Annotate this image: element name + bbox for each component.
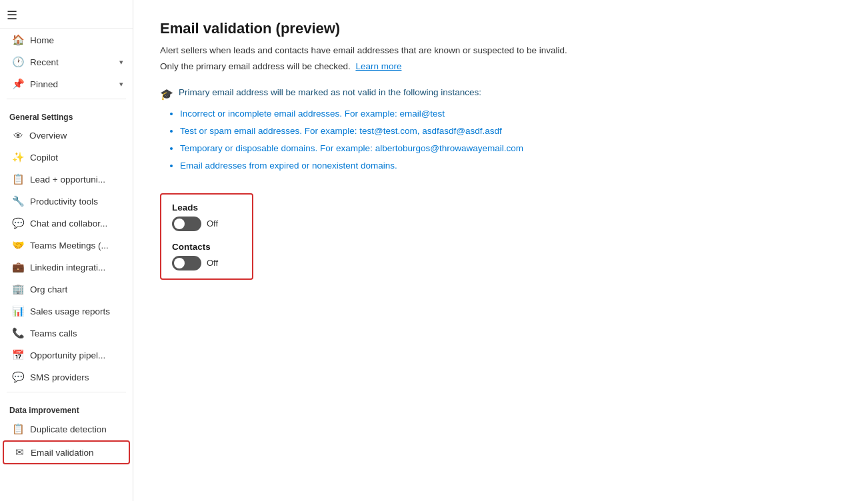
info-header-text: Primary email address will be marked as … <box>179 87 481 97</box>
teams-meetings-label: Teams Meetings (... <box>30 241 109 250</box>
org-chart-icon: 🏢 <box>12 283 25 295</box>
desc-text-2: Only the primary email address will be c… <box>160 61 351 71</box>
contacts-toggle-thumb <box>174 258 185 268</box>
contacts-label: Contacts <box>172 242 241 252</box>
sidebar-item-duplicate[interactable]: 📋 Duplicate detection <box>3 418 130 440</box>
lead-icon: 📋 <box>12 173 25 185</box>
sidebar-item-lead-opport[interactable]: 📋 Lead + opportuni... <box>3 169 130 190</box>
sidebar-item-copilot[interactable]: ✨ Copilot <box>3 147 130 168</box>
recent-icon: 🕐 <box>12 56 25 68</box>
pinned-label: Pinned <box>30 79 58 89</box>
duplicate-label: Duplicate detection <box>30 424 107 434</box>
sidebar-item-productivity[interactable]: 🔧 Productivity tools <box>3 191 130 212</box>
bullet-list: Incorrect or incomplete email addresses.… <box>160 107 627 173</box>
sidebar-item-teams-calls[interactable]: 📞 Teams calls <box>3 322 130 344</box>
teams-calls-label: Teams calls <box>30 328 77 338</box>
sidebar-item-sales-usage[interactable]: 📊 Sales usage reports <box>3 300 130 322</box>
leads-toggle-switch[interactable] <box>172 217 201 231</box>
opportunity-label: Opportunity pipel... <box>30 350 105 360</box>
lead-label: Lead + opportuni... <box>30 175 105 185</box>
desc-text-1: Alert sellers when leads and contacts ha… <box>160 45 567 55</box>
description-line1: Alert sellers when leads and contacts ha… <box>160 44 627 57</box>
sidebar: ☰ 🏠 Home 🕐 Recent ▾ 📌 Pinned ▾ General S… <box>0 0 133 501</box>
leads-toggle-track[interactable] <box>172 217 201 231</box>
bullet-item-4: Email addresses from expired or nonexist… <box>180 159 627 173</box>
sidebar-item-home[interactable]: 🏠 Home <box>3 29 130 51</box>
learn-more-link[interactable]: Learn more <box>355 61 401 71</box>
info-box: 🎓 Primary email address will be marked a… <box>160 87 627 173</box>
bullet-item-2: Test or spam email addresses. For exampl… <box>180 125 627 138</box>
overview-label: Overview <box>29 131 67 141</box>
org-chart-label: Org chart <box>30 284 67 294</box>
contacts-toggle-state: Off <box>207 258 218 268</box>
sidebar-item-opportunity[interactable]: 📅 Opportunity pipel... <box>3 344 130 366</box>
bullet-item-3: Temporary or disposable domains. For exa… <box>180 142 627 155</box>
sidebar-item-org-chart[interactable]: 🏢 Org chart <box>3 278 130 300</box>
teams-meetings-icon: 🤝 <box>12 239 25 251</box>
sidebar-divider-1 <box>7 99 126 99</box>
sales-usage-label: Sales usage reports <box>30 306 110 316</box>
recent-arrow: ▾ <box>119 58 123 67</box>
opportunity-icon: 📅 <box>12 349 25 361</box>
home-label: Home <box>30 35 54 45</box>
sales-usage-icon: 📊 <box>12 305 25 317</box>
recent-label: Recent <box>30 57 59 67</box>
sidebar-top: ☰ <box>0 0 133 29</box>
pinned-icon: 📌 <box>12 78 25 90</box>
leads-toggle-row: Off <box>172 217 241 231</box>
leads-toggle-item: Leads Off <box>172 203 241 231</box>
sidebar-divider-2 <box>7 392 126 392</box>
data-improvement-header: Data improvement <box>0 396 133 418</box>
sidebar-item-pinned[interactable]: 📌 Pinned ▾ <box>3 73 130 95</box>
overview-icon: 👁 <box>12 130 24 141</box>
main-content: Email validation (preview) Alert sellers… <box>133 0 868 501</box>
copilot-icon: ✨ <box>12 151 25 163</box>
sidebar-item-linkedin[interactable]: 💼 Linkedin integrati... <box>3 256 130 278</box>
leads-toggle-thumb <box>174 219 185 229</box>
email-validation-icon: ✉ <box>13 446 25 458</box>
copilot-label: Copilot <box>30 153 58 163</box>
contacts-toggle-row: Off <box>172 256 241 270</box>
contacts-toggle-track[interactable] <box>172 256 201 270</box>
teams-calls-icon: 📞 <box>12 327 25 339</box>
contacts-toggle-item: Contacts Off <box>172 242 241 270</box>
productivity-icon: 🔧 <box>12 195 25 207</box>
leads-toggle-state: Off <box>207 219 218 229</box>
chat-label: Chat and collabor... <box>30 219 107 229</box>
general-settings-header: General Settings <box>0 103 133 125</box>
pinned-arrow: ▾ <box>119 80 123 89</box>
email-validation-label: Email validation <box>31 448 94 458</box>
linkedin-icon: 💼 <box>12 261 25 273</box>
productivity-label: Productivity tools <box>30 197 98 207</box>
page-title: Email validation (preview) <box>160 20 841 37</box>
sms-icon: 💬 <box>12 371 25 383</box>
sms-label: SMS providers <box>30 372 89 382</box>
contacts-toggle-switch[interactable] <box>172 256 201 270</box>
leads-label: Leads <box>172 203 241 213</box>
description-line2: Only the primary email address will be c… <box>160 60 627 73</box>
info-icon: 🎓 <box>160 88 173 101</box>
duplicate-icon: 📋 <box>12 423 25 435</box>
sidebar-item-sms[interactable]: 💬 SMS providers <box>3 366 130 388</box>
sidebar-item-teams-meetings[interactable]: 🤝 Teams Meetings (... <box>3 235 130 256</box>
home-icon: 🏠 <box>12 34 25 46</box>
sidebar-item-chat[interactable]: 💬 Chat and collabor... <box>3 213 130 234</box>
sidebar-item-overview[interactable]: 👁 Overview <box>3 125 130 146</box>
sidebar-item-email-validation[interactable]: ✉ Email validation <box>3 440 130 464</box>
sidebar-item-recent[interactable]: 🕐 Recent ▾ <box>3 51 130 73</box>
bullet-item-1: Incorrect or incomplete email addresses.… <box>180 107 627 121</box>
hamburger-icon[interactable]: ☰ <box>7 8 17 23</box>
chat-icon: 💬 <box>12 217 25 229</box>
toggle-group: Leads Off Contacts Off <box>160 193 253 280</box>
info-header: 🎓 Primary email address will be marked a… <box>160 87 627 101</box>
linkedin-label: Linkedin integrati... <box>30 262 105 272</box>
